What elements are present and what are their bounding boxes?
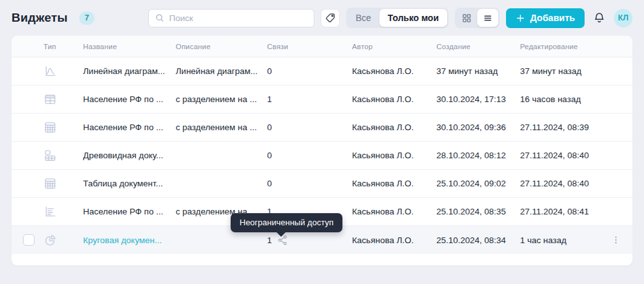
column-header-description: Описание bbox=[176, 43, 267, 50]
widget-name: Круговая докумен... bbox=[83, 235, 176, 245]
plus-icon bbox=[516, 13, 525, 23]
widget-description: Линейная диаграм... bbox=[176, 66, 267, 76]
widget-links-count: 0 bbox=[267, 151, 272, 160]
widget-name: Население РФ по ... bbox=[83, 94, 176, 104]
table-row[interactable]: Линейная диаграм... Линейная диаграм... … bbox=[12, 57, 632, 86]
widget-links-count: 0 bbox=[267, 123, 272, 132]
column-header-created: Создание bbox=[436, 43, 520, 50]
grid-table-icon bbox=[43, 121, 57, 134]
tree-table-icon bbox=[43, 149, 57, 162]
table-header-row: Тип Название Описание Связи Автор Создан… bbox=[12, 36, 632, 57]
ownership-filter-toggle: Все Только мои bbox=[346, 8, 448, 28]
top-bar: Виджеты 7 Все Только мои Добавит bbox=[0, 0, 644, 36]
widgets-count-badge: 7 bbox=[79, 11, 95, 25]
widget-edited: 27.11.2024, 08:39 bbox=[520, 123, 603, 132]
table-row[interactable]: Таблица документ... 0 Касьянова Л.О. 25.… bbox=[12, 170, 632, 198]
widget-name: Население РФ по ... bbox=[83, 207, 176, 216]
kebab-menu-icon bbox=[611, 235, 621, 245]
widget-edited: 27.11.2024, 08:41 bbox=[520, 207, 603, 216]
widget-created: 28.10.2024, 08:12 bbox=[436, 151, 520, 160]
widget-author: Касьянова Л.О. bbox=[352, 66, 436, 76]
widget-links-count: 1 bbox=[267, 235, 272, 245]
widget-author: Касьянова Л.О. bbox=[352, 235, 436, 245]
widget-author: Касьянова Л.О. bbox=[352, 123, 436, 132]
widget-edited: 27.11.2024, 08:40 bbox=[520, 179, 603, 188]
column-header-edited: Редактирование bbox=[520, 43, 603, 50]
grid-view-icon bbox=[461, 13, 472, 24]
widget-name: Таблица документ... bbox=[83, 179, 176, 188]
widget-created: 25.10.2024, 08:35 bbox=[436, 207, 520, 216]
widget-description: с разделением на ... bbox=[176, 94, 267, 104]
widget-edited: 37 минут назад bbox=[520, 66, 603, 76]
widget-name: Древовидная доку... bbox=[83, 151, 176, 160]
widget-author: Касьянова Л.О. bbox=[352, 207, 436, 216]
widget-links-count: 1 bbox=[267, 94, 272, 104]
column-header-author: Автор bbox=[352, 43, 436, 50]
search-icon bbox=[155, 13, 165, 23]
widget-created: 30.10.2024, 09:36 bbox=[436, 123, 520, 132]
grid-table-icon bbox=[43, 177, 57, 190]
column-header-links: Связи bbox=[267, 43, 352, 50]
widget-links-count: 0 bbox=[267, 66, 272, 76]
list-view-icon bbox=[482, 13, 493, 24]
widget-author: Касьянова Л.О. bbox=[352, 94, 436, 104]
pie-chart-icon bbox=[43, 234, 57, 247]
widget-name: Население РФ по ... bbox=[83, 123, 176, 132]
user-avatar[interactable]: КЛ bbox=[614, 9, 632, 27]
notifications-button[interactable] bbox=[593, 11, 606, 24]
widget-edited: 27.11.2024, 08:40 bbox=[520, 151, 603, 160]
column-header-type: Тип bbox=[43, 43, 83, 50]
bar-chart-icon bbox=[43, 205, 57, 218]
search-input[interactable] bbox=[169, 13, 308, 23]
table-row[interactable]: Древовидная доку... 0 Касьянова Л.О. 28.… bbox=[12, 142, 632, 170]
bell-icon bbox=[593, 11, 606, 24]
table-row[interactable]: Население РФ по ... с разделением на ...… bbox=[12, 86, 632, 114]
row-menu-button[interactable] bbox=[603, 235, 629, 245]
line-chart-icon bbox=[43, 64, 57, 78]
row-checkbox[interactable] bbox=[23, 234, 34, 246]
widget-edited: 16 часов назад bbox=[520, 94, 603, 104]
widget-edited: 1 час назад bbox=[520, 235, 603, 245]
widget-created: 30.10.2024, 17:13 bbox=[436, 94, 520, 104]
widget-name: Линейная диаграм... bbox=[83, 66, 176, 76]
table-row[interactable]: Население РФ по ... с разделением на ...… bbox=[12, 114, 632, 142]
page-title: Виджеты bbox=[12, 11, 68, 25]
list-view-button[interactable] bbox=[477, 9, 498, 27]
widget-author: Касьянова Л.О. bbox=[352, 179, 436, 188]
tags-filter-button[interactable] bbox=[321, 9, 340, 27]
table-icon bbox=[43, 93, 57, 106]
search-box[interactable] bbox=[148, 9, 314, 27]
widget-created: 25.10.2024, 09:02 bbox=[436, 179, 520, 188]
widget-links-count: 0 bbox=[267, 179, 272, 188]
filter-option-only-mine[interactable]: Только мои bbox=[379, 9, 447, 27]
widget-description: с разделением на ... bbox=[176, 123, 267, 132]
column-header-name: Название bbox=[83, 43, 176, 50]
add-widget-button[interactable]: Добавить bbox=[506, 8, 585, 28]
add-button-label: Добавить bbox=[530, 13, 575, 23]
view-mode-toggle bbox=[455, 8, 500, 28]
tag-icon bbox=[325, 12, 336, 24]
filter-option-all[interactable]: Все bbox=[348, 9, 379, 27]
widget-created: 25.10.2024, 08:34 bbox=[436, 235, 520, 245]
access-tooltip: Неограниченный доступ bbox=[231, 213, 342, 232]
grid-view-button[interactable] bbox=[456, 9, 477, 27]
widget-created: 37 минут назад bbox=[436, 66, 520, 76]
widget-author: Касьянова Л.О. bbox=[352, 151, 436, 160]
